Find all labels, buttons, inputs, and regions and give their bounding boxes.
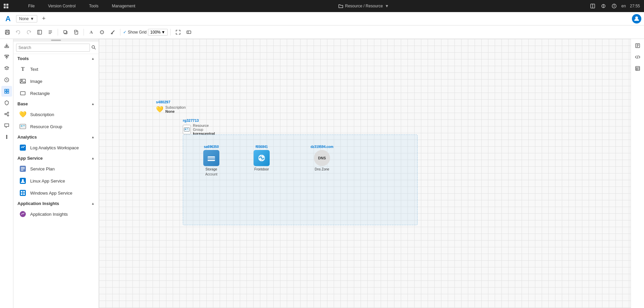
zoom-value: 100% <box>150 30 161 35</box>
text-color-button[interactable]: A <box>87 28 96 37</box>
search-input[interactable] <box>16 44 90 52</box>
svg-rect-49 <box>23 125 25 126</box>
panel-toggle-button[interactable] <box>35 28 44 37</box>
breadcrumb-chevron[interactable]: ▼ <box>385 4 389 8</box>
menu-tools[interactable]: Tools <box>86 0 101 12</box>
theme-icon[interactable] <box>600 3 607 9</box>
properties-icon-btn[interactable] <box>632 40 643 51</box>
fill-color-button[interactable] <box>97 28 107 37</box>
tool-log-analytics[interactable]: Log Analytics Workspace ⤢ <box>13 142 99 154</box>
node-frontdoor[interactable]: f656841 Frontdoor <box>254 145 270 171</box>
svg-rect-32 <box>5 92 6 93</box>
tool-text[interactable]: T Text ★ <box>13 63 99 75</box>
format-button[interactable] <box>46 28 55 37</box>
svg-marker-28 <box>5 66 9 68</box>
section-app-insights-label: Application Insights <box>17 201 59 206</box>
top-bar-right: en 27:55 <box>589 3 644 9</box>
add-diagram-button[interactable]: + <box>40 15 48 23</box>
svg-rect-63 <box>20 211 26 217</box>
info-icon[interactable] <box>611 3 618 9</box>
search-icon[interactable] <box>91 45 96 51</box>
security-icon-btn[interactable] <box>1 97 12 108</box>
history-icon-btn[interactable] <box>1 74 12 85</box>
svg-rect-76 <box>636 66 640 70</box>
section-app-service-label: App Service <box>17 156 43 161</box>
svg-rect-62 <box>23 193 25 195</box>
section-app-service-header[interactable]: App Service ▲ <box>13 154 99 163</box>
copy-style-button[interactable] <box>61 28 70 37</box>
azure-logo-text: A <box>5 14 11 23</box>
section-analytics-header[interactable]: Analytics ▲ <box>13 133 99 142</box>
svg-rect-48 <box>21 125 22 127</box>
redo-button[interactable] <box>24 28 34 37</box>
subscription-value-label: None <box>165 109 186 113</box>
fullscreen-button[interactable] <box>173 28 183 37</box>
user-avatar[interactable] <box>632 14 641 23</box>
diagram-dropdown[interactable]: None ▼ <box>16 15 37 22</box>
svg-rect-54 <box>21 168 25 169</box>
canvas-area[interactable]: s480297 💛 Subscription None rg327713 <box>99 39 631 308</box>
menu-management[interactable]: Management <box>109 0 138 12</box>
menu-bar: File Version Control Tools Management <box>12 0 138 12</box>
section-base-header[interactable]: Base ▲ <box>13 99 99 108</box>
menu-file[interactable]: File <box>25 0 37 12</box>
node-dns-zone[interactable]: dz319594.com DNS Dns Zone <box>311 145 333 171</box>
show-grid-check-icon: ✓ <box>123 30 126 35</box>
language-label[interactable]: en <box>622 4 626 8</box>
export-icon-btn[interactable] <box>1 40 12 51</box>
share-icon-btn[interactable] <box>1 109 12 119</box>
chat-icon-btn[interactable] <box>1 120 12 131</box>
import-icon-btn[interactable] <box>1 52 12 62</box>
svg-rect-31 <box>7 89 9 91</box>
tool-linux-app[interactable]: Linux App Service ⤢ <box>13 175 99 187</box>
text-label: Text <box>30 67 38 72</box>
window-icon <box>3 3 9 9</box>
resource-group-container[interactable]: sa696350 Storage Account f656841 Fro <box>183 135 418 225</box>
tool-app-insights[interactable]: Application Insights ⤢ <box>13 208 99 220</box>
section-app-insights-header[interactable]: Application Insights ▲ <box>13 199 99 208</box>
right-sidebar <box>631 39 644 308</box>
layers-icon-btn[interactable] <box>1 63 12 74</box>
tool-windows-app[interactable]: Windows App Service ⤢ <box>13 187 99 199</box>
save-button[interactable] <box>3 28 12 37</box>
fit-button[interactable] <box>184 28 194 37</box>
code-icon-btn[interactable] <box>632 52 643 62</box>
svg-rect-59 <box>21 191 22 193</box>
tool-rectangle[interactable]: Rectangle ★ <box>13 87 99 99</box>
zoom-chevron-icon: ▼ <box>161 30 165 35</box>
tool-subscription[interactable]: 💛 Subscription ⤢ <box>13 108 99 120</box>
svg-point-40 <box>6 137 7 137</box>
node-storage-account[interactable]: sa696350 Storage Account <box>203 145 219 176</box>
folder-icon <box>338 4 343 8</box>
breadcrumb-text: Resource / Resource <box>345 4 383 8</box>
svg-rect-22 <box>74 30 77 32</box>
grid-icon-btn[interactable] <box>1 86 12 97</box>
paste-button[interactable] <box>71 28 81 37</box>
show-grid-toggle[interactable]: ✓ Show Grid <box>123 30 147 35</box>
more-icon-btn[interactable] <box>1 132 12 142</box>
search-area <box>13 42 99 54</box>
tool-resource-group[interactable]: Resource Group ⤢ <box>13 120 99 133</box>
app-insights-icon <box>19 210 27 218</box>
rg-id-label[interactable]: rg327713 <box>183 118 199 123</box>
line-color-button[interactable] <box>108 28 117 37</box>
svg-rect-68 <box>208 158 215 158</box>
panel-scroll-area[interactable] <box>13 39 99 42</box>
layout-icon[interactable] <box>589 3 596 9</box>
zoom-selector[interactable]: 100% ▼ <box>148 29 168 36</box>
avatar-icon <box>634 16 639 21</box>
section-tools-header[interactable]: Tools ▲ <box>13 54 99 63</box>
log-analytics-icon <box>19 144 27 152</box>
svg-rect-3 <box>6 6 8 8</box>
section-tools-chevron: ▲ <box>91 57 95 60</box>
tool-image[interactable]: Image ★ <box>13 75 99 87</box>
undo-button[interactable] <box>13 28 23 37</box>
dns-id-label: dz319594.com <box>311 145 333 149</box>
tool-service-plan[interactable]: Service Plan □ <box>13 163 99 175</box>
svg-line-43 <box>94 48 96 49</box>
menu-version-control[interactable]: Version Control <box>45 0 78 12</box>
section-tools-label: Tools <box>17 56 29 61</box>
subscription-id-label[interactable]: s480297 <box>156 99 170 104</box>
subscription-label: Subscription <box>30 112 54 117</box>
table-icon-btn[interactable] <box>632 63 643 74</box>
